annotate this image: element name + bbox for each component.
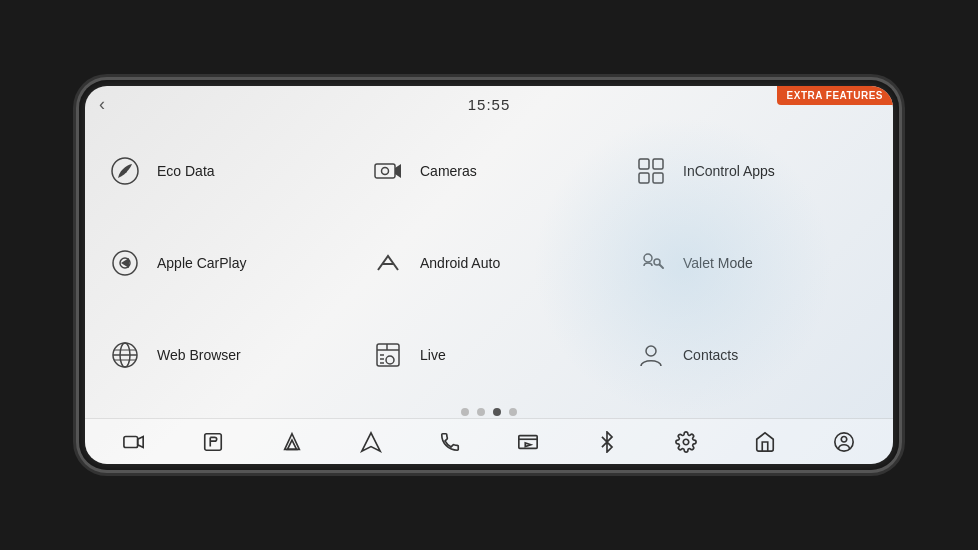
svg-point-4 bbox=[382, 168, 389, 175]
contacts-icon bbox=[633, 337, 669, 373]
valet-mode-icon bbox=[633, 245, 669, 281]
profile-nav-button[interactable] bbox=[825, 425, 863, 459]
app-grid: Eco Data Cameras bbox=[85, 122, 893, 404]
live-item[interactable]: Live bbox=[358, 309, 620, 400]
svg-point-12 bbox=[644, 254, 652, 262]
incontrol-apps-label: InControl Apps bbox=[683, 163, 775, 179]
eco-data-label: Eco Data bbox=[157, 163, 215, 179]
camera-nav-button[interactable] bbox=[115, 425, 153, 459]
svg-marker-29 bbox=[138, 436, 144, 447]
svg-rect-8 bbox=[653, 173, 663, 183]
svg-marker-36 bbox=[526, 442, 532, 446]
web-browser-label: Web Browser bbox=[157, 347, 241, 363]
screen: ‹ 15:55 EXTRA FEATURES Eco Data bbox=[85, 86, 893, 464]
svg-rect-7 bbox=[639, 173, 649, 183]
clock: 15:55 bbox=[468, 96, 511, 113]
infotainment-display: ‹ 15:55 EXTRA FEATURES Eco Data bbox=[79, 80, 899, 470]
cameras-icon bbox=[370, 153, 406, 189]
android-auto-item[interactable]: Android Auto bbox=[358, 218, 620, 309]
android-auto-label: Android Auto bbox=[420, 255, 500, 271]
svg-marker-3 bbox=[395, 164, 401, 178]
contacts-label: Contacts bbox=[683, 347, 738, 363]
settings-nav-button[interactable] bbox=[667, 425, 705, 459]
phone-nav-button[interactable] bbox=[431, 425, 469, 459]
eco-data-icon bbox=[107, 153, 143, 189]
svg-point-27 bbox=[646, 346, 656, 356]
header: ‹ 15:55 EXTRA FEATURES bbox=[85, 86, 893, 122]
apple-carplay-icon bbox=[107, 245, 143, 281]
cameras-item[interactable]: Cameras bbox=[358, 126, 620, 217]
incontrol-apps-item[interactable]: InControl Apps bbox=[621, 126, 883, 217]
media-nav-button[interactable] bbox=[509, 425, 547, 459]
dot-4[interactable] bbox=[509, 408, 517, 416]
incontrol-apps-icon bbox=[633, 153, 669, 189]
dot-3-active[interactable] bbox=[493, 408, 501, 416]
terrain-nav-button[interactable] bbox=[273, 425, 311, 459]
web-browser-item[interactable]: Web Browser bbox=[95, 309, 357, 400]
bottom-navigation bbox=[85, 418, 893, 464]
valet-mode-item[interactable]: Valet Mode bbox=[621, 218, 883, 309]
svg-rect-30 bbox=[205, 433, 222, 450]
apple-carplay-item[interactable]: Apple CarPlay bbox=[95, 218, 357, 309]
svg-line-14 bbox=[660, 264, 664, 268]
eco-data-item[interactable]: Eco Data bbox=[95, 126, 357, 217]
svg-rect-6 bbox=[653, 159, 663, 169]
svg-rect-2 bbox=[375, 164, 395, 178]
apple-carplay-label: Apple CarPlay bbox=[157, 255, 247, 271]
dot-1[interactable] bbox=[461, 408, 469, 416]
live-icon bbox=[370, 337, 406, 373]
dot-2[interactable] bbox=[477, 408, 485, 416]
contacts-item[interactable]: Contacts bbox=[621, 309, 883, 400]
live-label: Live bbox=[420, 347, 446, 363]
extra-features-badge[interactable]: EXTRA FEATURES bbox=[777, 86, 893, 105]
pagination-dots bbox=[85, 404, 893, 418]
back-button[interactable]: ‹ bbox=[99, 94, 105, 115]
svg-point-37 bbox=[683, 439, 689, 445]
svg-rect-28 bbox=[124, 436, 138, 447]
parking-nav-button[interactable] bbox=[194, 425, 232, 459]
svg-point-23 bbox=[386, 356, 394, 364]
bluetooth-nav-button[interactable] bbox=[588, 425, 626, 459]
navigate-nav-button[interactable] bbox=[352, 425, 390, 459]
cameras-label: Cameras bbox=[420, 163, 477, 179]
android-auto-icon bbox=[370, 245, 406, 281]
home-nav-button[interactable] bbox=[746, 425, 784, 459]
svg-marker-33 bbox=[362, 432, 380, 450]
svg-rect-5 bbox=[639, 159, 649, 169]
web-browser-icon bbox=[107, 337, 143, 373]
valet-mode-label: Valet Mode bbox=[683, 255, 753, 271]
svg-point-1 bbox=[123, 169, 127, 173]
svg-point-39 bbox=[841, 436, 847, 442]
